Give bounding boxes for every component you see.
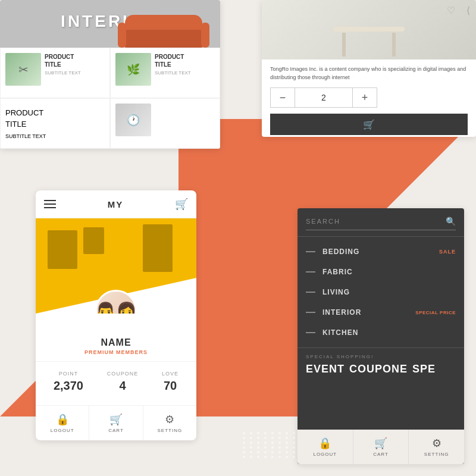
menu-item-fabric[interactable]: FABRIC <box>298 262 464 282</box>
stat-coupone: COUPONE 4 <box>107 371 139 393</box>
stat-love: LOVE 70 <box>162 371 178 393</box>
table-leg-right <box>392 33 396 57</box>
menu-item-interior[interactable]: INTERIOR SPECIAL PRICE <box>298 302 464 322</box>
door-frame-3 <box>143 224 173 272</box>
sofa-armrest-l <box>118 23 126 48</box>
quantity-decrease-button[interactable]: − <box>271 88 295 107</box>
search-icon[interactable]: 🔍 <box>446 217 456 226</box>
product-thumb-4 <box>115 104 151 136</box>
profile-name-section: NAME PREMIUM MEMBERS <box>36 314 196 361</box>
menu-setting-button[interactable]: ⚙ SETTING <box>409 430 464 464</box>
product-title-2: PRODUCTTITLE <box>155 53 215 68</box>
menu-item-living[interactable]: LIVING <box>298 282 464 302</box>
menu-items-list: BEDDING SALE FABRIC LIVING INTERIOR SPEC… <box>298 237 464 347</box>
hamburger-line-1 <box>44 200 56 201</box>
menu-dash-4 <box>306 312 315 313</box>
setting-label: SETTING <box>157 428 182 433</box>
special-section-label: SPECIAL SHOPPING! <box>306 354 456 359</box>
sofa-back <box>125 15 202 48</box>
menu-logout-label: LOGOUT <box>313 452 337 457</box>
profile-card: MY 🛒 👨‍👩 NAME PREMIUM MEMBERS POINT 2,37… <box>36 190 196 440</box>
profile-logout-button[interactable]: 🔒 LOGOUT <box>36 406 89 440</box>
menu-badge-sale: SALE <box>439 249 456 255</box>
heart-icon[interactable]: ♡ <box>447 5 455 16</box>
menu-logout-icon: 🔒 <box>318 437 331 450</box>
special-shopping-section: SPECIAL SHOPPING! EVENT COUPONE SPE <box>298 347 464 381</box>
product-description: TongRo Images Inc. is a content company … <box>270 65 468 82</box>
stat-point-value: 2,370 <box>54 379 83 393</box>
logout-label: LOGOUT <box>51 428 74 433</box>
profile-cart-icon[interactable]: 🛒 <box>175 198 188 211</box>
special-items-list: EVENT COUPONE SPE <box>306 363 456 375</box>
menu-dash-3 <box>306 292 315 293</box>
stat-coupone-label: COUPONE <box>107 371 139 377</box>
quantity-increase-button[interactable]: + <box>353 88 377 107</box>
menu-item-bedding[interactable]: BEDDING SALE <box>298 242 464 262</box>
quantity-value: 2 <box>295 88 353 107</box>
profile-name: NAME <box>36 337 196 348</box>
detail-body: TongRo Images Inc. is a content company … <box>262 60 476 137</box>
share-icon[interactable]: ⟨ <box>466 5 470 16</box>
logout-icon: 🔒 <box>56 413 69 426</box>
special-item-coupone[interactable]: COUPONE <box>349 363 408 375</box>
product-cell-3[interactable]: PRODUCTTITLE SUBTITLE TEXT <box>0 98 110 149</box>
profile-setting-button[interactable]: ⚙ SETTING <box>143 406 196 440</box>
cart-icon-footer: 🛒 <box>109 413 123 426</box>
product-cell-2[interactable]: PRODUCTTITLE SUBTITLE TEXT <box>110 48 220 98</box>
special-item-spe[interactable]: SPE <box>412 363 436 375</box>
menu-item-label-fabric: FABRIC <box>322 268 456 276</box>
menu-cart-button[interactable]: 🛒 CART <box>353 430 409 464</box>
profile-stats: POINT 2,370 COUPONE 4 LOVE 70 <box>36 361 196 402</box>
product-subtitle-3: SUBTITLE TEXT <box>5 133 46 139</box>
product-thumb-1 <box>5 53 41 86</box>
table-illustration <box>333 21 405 57</box>
stat-point: POINT 2,370 <box>54 371 83 393</box>
menu-logout-button[interactable]: 🔒 LOGOUT <box>298 430 353 464</box>
product-cell-1[interactable]: PRODUCTTITLE SUBTITLE TEXT <box>0 48 110 98</box>
profile-header: MY 🛒 <box>36 190 196 218</box>
menu-item-label-kitchen: KITCHEN <box>322 328 456 337</box>
product-title-3: PRODUCTTITLE <box>5 108 43 129</box>
product-thumb-2 <box>115 53 151 86</box>
cart-icon: 🛒 <box>363 119 375 130</box>
profile-screen-title: MY <box>108 199 124 209</box>
quantity-control: − 2 + <box>270 87 377 108</box>
profile-membership-badge: PREMIUM MEMBERS <box>36 349 196 355</box>
product-info-1: PRODUCTTITLE SUBTITLE TEXT <box>45 53 105 76</box>
profile-cart-button[interactable]: 🛒 CART <box>89 406 143 440</box>
product-cell-4[interactable] <box>110 98 220 149</box>
table-leg-left <box>342 33 346 57</box>
menu-cart-icon: 🛒 <box>374 437 387 450</box>
banner-section: INTERIOR <box>0 0 220 48</box>
search-placeholder-text: SEARCH <box>306 218 340 225</box>
hamburger-menu-icon[interactable] <box>44 200 56 208</box>
stat-coupone-value: 4 <box>107 379 139 393</box>
stat-love-value: 70 <box>162 379 178 393</box>
hamburger-line-2 <box>44 203 56 205</box>
menu-footer: 🔒 LOGOUT 🛒 CART ⚙ SETTING <box>298 430 464 464</box>
product-listing-card: INTERIOR PRODUCTTITLE SUBTITLE TEXT PROD… <box>0 0 220 149</box>
setting-icon: ⚙ <box>165 413 174 426</box>
stat-love-label: LOVE <box>162 371 178 377</box>
menu-item-kitchen[interactable]: KITCHEN <box>298 322 464 343</box>
menu-dash-1 <box>306 251 315 252</box>
add-to-cart-button[interactable]: 🛒 <box>270 114 468 135</box>
menu-search-section: SEARCH 🔍 <box>298 208 464 237</box>
products-grid: PRODUCTTITLE SUBTITLE TEXT PRODUCTTITLE … <box>0 48 220 149</box>
profile-footer: 🔒 LOGOUT 🛒 CART ⚙ SETTING <box>36 405 196 440</box>
table-top <box>333 27 405 32</box>
hamburger-line-3 <box>44 207 56 208</box>
menu-setting-label: SETTING <box>424 452 449 457</box>
menu-dash-2 <box>306 271 315 273</box>
menu-dash-5 <box>306 332 315 333</box>
sofa-armrest-r <box>201 23 209 48</box>
menu-item-label-bedding: BEDDING <box>322 248 432 256</box>
detail-image-section: ♡ ⟨ <box>262 0 476 60</box>
dot-pattern-decoration <box>243 432 298 458</box>
menu-item-label-interior: INTERIOR <box>322 308 408 317</box>
product-subtitle-2: SUBTITLE TEXT <box>155 70 215 76</box>
menu-item-label-living: LIVING <box>322 288 456 296</box>
search-box[interactable]: SEARCH 🔍 <box>306 217 456 230</box>
product-title-1: PRODUCTTITLE <box>45 53 105 68</box>
special-item-event[interactable]: EVENT <box>306 363 345 375</box>
